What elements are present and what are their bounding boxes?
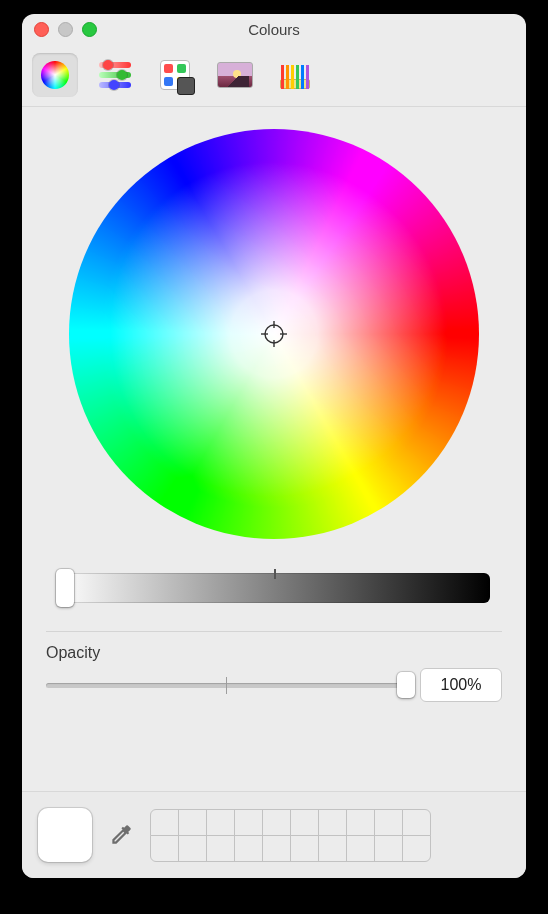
swatch-cell[interactable] xyxy=(150,809,179,836)
brightness-slider[interactable] xyxy=(58,573,490,603)
swatch-cell[interactable] xyxy=(234,835,263,862)
swatch-cell[interactable] xyxy=(234,809,263,836)
swatch-cell[interactable] xyxy=(262,809,291,836)
picker-mode-toolbar xyxy=(22,44,526,107)
colours-window: Colours xyxy=(22,14,526,878)
swatch-cell[interactable] xyxy=(178,835,207,862)
brightness-midpoint-tick xyxy=(274,569,276,579)
brightness-thumb[interactable] xyxy=(56,569,74,607)
colour-wheel[interactable] xyxy=(69,129,479,539)
swatch-cell[interactable] xyxy=(374,835,403,862)
swatch-cell[interactable] xyxy=(150,835,179,862)
swatch-cell[interactable] xyxy=(206,809,235,836)
colour-wheel-tab[interactable] xyxy=(32,53,78,97)
palette-icon xyxy=(160,60,190,90)
opacity-slider[interactable] xyxy=(46,683,406,688)
colour-sliders-tab[interactable] xyxy=(92,53,138,97)
sliders-icon xyxy=(99,62,131,88)
opacity-label: Opacity xyxy=(46,644,502,662)
swatch-cell[interactable] xyxy=(346,809,375,836)
crosshair-icon xyxy=(261,321,287,347)
opacity-midpoint-tick xyxy=(226,677,227,694)
swatch-cell[interactable] xyxy=(178,809,207,836)
swatch-footer xyxy=(22,791,526,878)
opacity-section: Opacity xyxy=(46,644,502,702)
swatch-cell[interactable] xyxy=(206,835,235,862)
swatch-cell[interactable] xyxy=(402,835,431,862)
image-palettes-tab[interactable] xyxy=(212,53,258,97)
eyedropper-icon xyxy=(108,822,134,848)
swatch-cell[interactable] xyxy=(402,809,431,836)
current-colour-swatch[interactable] xyxy=(38,808,92,862)
swatch-cell[interactable] xyxy=(318,835,347,862)
swatch-cell[interactable] xyxy=(290,809,319,836)
swatch-cell[interactable] xyxy=(262,835,291,862)
colour-wheel-panel: Opacity xyxy=(22,107,526,791)
eyedropper-button[interactable] xyxy=(106,820,136,850)
swatch-cell[interactable] xyxy=(318,809,347,836)
pencils-icon xyxy=(280,61,310,89)
swatch-cell[interactable] xyxy=(346,835,375,862)
section-divider xyxy=(46,631,502,632)
colour-palettes-tab[interactable] xyxy=(152,53,198,97)
swatch-cell[interactable] xyxy=(290,835,319,862)
title-bar: Colours xyxy=(22,14,526,44)
saved-swatches-grid xyxy=(150,809,430,861)
swatch-cell[interactable] xyxy=(374,809,403,836)
image-icon xyxy=(217,62,253,88)
opacity-input[interactable] xyxy=(420,668,502,702)
window-title: Colours xyxy=(22,21,526,38)
colour-wheel-icon xyxy=(41,61,69,89)
pencils-tab[interactable] xyxy=(272,53,318,97)
opacity-thumb[interactable] xyxy=(397,672,415,698)
